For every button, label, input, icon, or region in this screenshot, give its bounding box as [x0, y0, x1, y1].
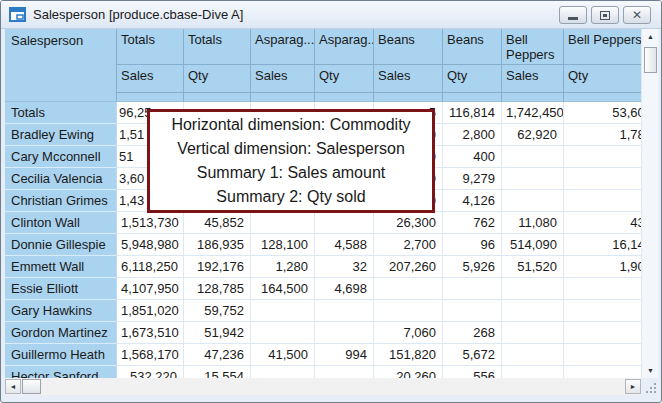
minimize-button[interactable] [559, 6, 587, 24]
data-cell[interactable]: 116,814 [443, 102, 502, 124]
vertical-scrollbar[interactable]: ▲ ▼ [641, 29, 658, 378]
column-metric-header[interactable]: Sales [117, 65, 184, 93]
row-header[interactable]: Donnie Gillespie [5, 234, 117, 256]
row-header[interactable]: Emmett Wall [5, 256, 117, 278]
data-cell[interactable] [315, 322, 374, 344]
data-cell[interactable]: 4,107,950 [117, 278, 184, 300]
data-cell[interactable] [374, 278, 443, 300]
data-cell[interactable]: 400 [443, 146, 502, 168]
close-button[interactable]: ✕ [623, 6, 651, 24]
column-metric-header[interactable]: Qty [564, 65, 641, 93]
data-cell[interactable] [564, 278, 641, 300]
data-cell[interactable]: 430 [564, 212, 641, 234]
data-cell[interactable]: 41,500 [251, 344, 315, 366]
data-cell[interactable] [502, 300, 564, 322]
corner-header-salesperson[interactable]: Salesperson [5, 29, 117, 102]
vertical-scroll-thumb[interactable] [644, 47, 657, 73]
row-header[interactable]: Hector Sanford [5, 366, 117, 378]
data-cell[interactable] [502, 190, 564, 212]
data-cell[interactable]: 11,080 [502, 212, 564, 234]
horizontal-scroll-thumb[interactable] [22, 379, 41, 394]
data-cell[interactable]: 4,126 [443, 190, 502, 212]
data-cell[interactable]: 26,300 [374, 212, 443, 234]
data-cell[interactable]: 16,144 [564, 234, 641, 256]
horizontal-scrollbar[interactable]: ◄ ► [5, 378, 641, 395]
data-cell[interactable]: 268 [443, 322, 502, 344]
scroll-left-button[interactable]: ◄ [5, 379, 21, 394]
data-cell[interactable]: 6,118,250 [117, 256, 184, 278]
data-cell[interactable]: 32 [315, 256, 374, 278]
data-cell[interactable]: 186,935 [184, 234, 251, 256]
data-cell[interactable]: 51,520 [502, 256, 564, 278]
data-cell[interactable]: 151,820 [374, 344, 443, 366]
row-header[interactable]: Cary Mcconnell [5, 146, 117, 168]
data-cell[interactable] [251, 300, 315, 322]
data-cell[interactable]: 2,700 [374, 234, 443, 256]
column-group-header[interactable]: Bell Peppers [502, 29, 564, 65]
data-cell[interactable] [564, 190, 641, 212]
data-cell[interactable]: 4,588 [315, 234, 374, 256]
data-cell[interactable] [251, 322, 315, 344]
scroll-right-button[interactable]: ► [625, 379, 641, 394]
data-cell[interactable] [564, 366, 641, 378]
data-cell[interactable]: 532,220 [117, 366, 184, 378]
data-cell[interactable]: 2,800 [443, 124, 502, 146]
column-group-header[interactable]: Asparag... [315, 29, 374, 65]
data-cell[interactable] [315, 366, 374, 378]
column-metric-header[interactable]: Qty [443, 65, 502, 93]
column-group-header[interactable]: Beans [443, 29, 502, 65]
data-cell[interactable]: 9,279 [443, 168, 502, 190]
data-cell[interactable] [564, 322, 641, 344]
column-group-header[interactable]: Beans [374, 29, 443, 65]
column-metric-header[interactable]: Sales [502, 65, 564, 93]
column-metric-header[interactable]: Qty [315, 65, 374, 93]
resize-grip[interactable] [642, 379, 658, 395]
data-cell[interactable]: 994 [315, 344, 374, 366]
data-cell[interactable] [564, 146, 641, 168]
data-cell[interactable]: 62,920 [502, 124, 564, 146]
restore-button[interactable] [591, 6, 619, 24]
data-cell[interactable]: 1,513,730 [117, 212, 184, 234]
row-header[interactable]: Christian Grimes [5, 190, 117, 212]
row-header[interactable]: Gordon Martinez [5, 322, 117, 344]
data-cell[interactable]: 5,926 [443, 256, 502, 278]
data-cell[interactable]: 20,260 [374, 366, 443, 378]
data-cell[interactable] [443, 300, 502, 322]
data-cell[interactable] [374, 300, 443, 322]
data-cell[interactable]: 1,851,020 [117, 300, 184, 322]
titlebar[interactable]: Salesperson [produce.cbase-Dive A] ✕ [1, 1, 661, 29]
column-metric-header[interactable]: Sales [374, 65, 443, 93]
data-cell[interactable] [443, 278, 502, 300]
row-header[interactable]: Guillermo Heath [5, 344, 117, 366]
row-header[interactable]: Clinton Wall [5, 212, 117, 234]
data-cell[interactable] [502, 278, 564, 300]
row-header[interactable]: Totals [5, 102, 117, 124]
data-cell[interactable]: 1,568,170 [117, 344, 184, 366]
row-header[interactable]: Essie Elliott [5, 278, 117, 300]
data-cell[interactable]: 45,852 [184, 212, 251, 234]
data-cell[interactable]: 1,673,510 [117, 322, 184, 344]
data-cell[interactable]: 15,554 [184, 366, 251, 378]
data-cell[interactable] [502, 366, 564, 378]
column-group-header[interactable]: Totals [117, 29, 184, 65]
data-cell[interactable]: 514,090 [502, 234, 564, 256]
data-cell[interactable]: 47,236 [184, 344, 251, 366]
data-cell[interactable] [502, 344, 564, 366]
data-cell[interactable] [564, 168, 641, 190]
row-header[interactable]: Bradley Ewing [5, 124, 117, 146]
data-cell[interactable]: 1,742,450 [502, 102, 564, 124]
data-cell[interactable]: 128,100 [251, 234, 315, 256]
data-cell[interactable]: 207,260 [374, 256, 443, 278]
column-metric-header[interactable]: Qty [184, 65, 251, 93]
data-cell[interactable] [251, 366, 315, 378]
data-cell[interactable]: 556 [443, 366, 502, 378]
row-header[interactable]: Gary Hawkins [5, 300, 117, 322]
row-header[interactable]: Cecilia Valencia [5, 168, 117, 190]
data-cell[interactable]: 59,752 [184, 300, 251, 322]
data-cell[interactable] [315, 300, 374, 322]
data-cell[interactable]: 51,942 [184, 322, 251, 344]
data-cell[interactable] [315, 212, 374, 234]
column-group-header[interactable]: Asparag... [251, 29, 315, 65]
data-cell[interactable]: 1,784 [564, 124, 641, 146]
data-cell[interactable] [251, 212, 315, 234]
